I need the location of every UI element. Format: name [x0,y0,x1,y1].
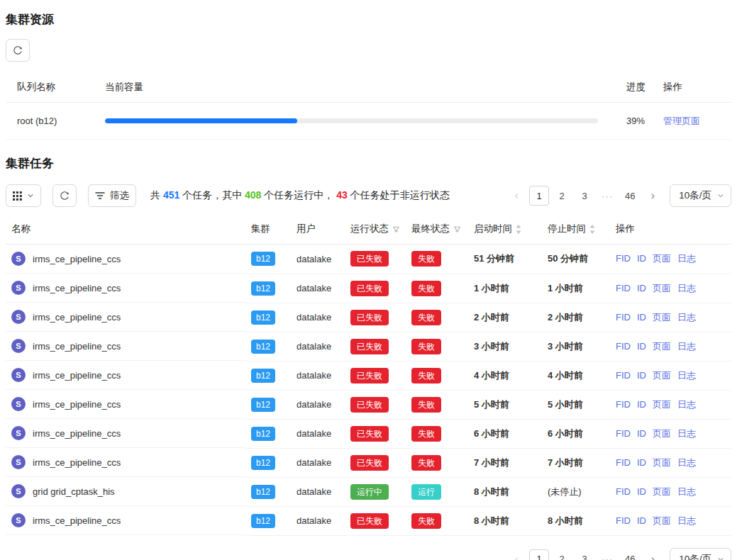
page-link[interactable]: 页面 [653,428,671,439]
task-name: irms_ce_pipeline_ccs [33,283,121,293]
fid-link[interactable]: FID [616,283,631,293]
final-status-badge: 失败 [411,455,441,471]
id-link[interactable]: ID [637,312,646,323]
refresh-tasks-button[interactable] [52,184,77,207]
page-size-label: 10条/页 [679,189,711,202]
log-link[interactable]: 日志 [677,283,696,293]
cluster-tag: b12 [251,310,275,325]
column-settings-button[interactable] [6,184,41,207]
page-link[interactable]: 页面 [653,253,671,264]
id-link[interactable]: ID [637,283,646,293]
final-status-badge: 失败 [411,310,441,325]
page-2[interactable]: 2 [552,549,572,560]
id-link[interactable]: ID [637,428,646,439]
task-summary: 共 451 个任务，其中 408 个任务运行中， 43 个任务处于非运行状态 [150,189,450,202]
start-time: 1 小时前 [468,274,542,303]
page-link[interactable]: 页面 [653,399,671,410]
col-start-time: 启动时间 [468,214,542,245]
id-link[interactable]: ID [637,341,646,352]
page-2[interactable]: 2 [552,186,572,206]
id-link[interactable]: ID [637,515,646,526]
fid-link[interactable]: FID [616,486,631,497]
log-link[interactable]: 日志 [677,341,696,352]
refresh-icon [13,45,23,55]
log-link[interactable]: 日志 [677,370,696,381]
log-link[interactable]: 日志 [677,457,696,468]
page-46[interactable]: 46 [620,186,640,206]
page-1[interactable]: 1 [529,186,549,206]
id-link[interactable]: ID [637,457,646,468]
fid-link[interactable]: FID [616,428,631,439]
fid-link[interactable]: FID [616,515,631,526]
page-size-select[interactable]: 10条/页 [670,548,731,560]
fid-link[interactable]: FID [616,399,631,410]
manage-page-link[interactable]: 管理页面 [663,116,700,126]
prev-page-button[interactable]: ‹ [506,549,526,560]
next-page-button[interactable]: › [643,186,663,206]
resources-header-row: 队列名称 当前容量 进度 操作 [6,72,731,103]
fid-link[interactable]: FID [616,312,631,323]
task-name: irms_ce_pipeline_ccs [33,399,121,410]
page-46[interactable]: 46 [620,549,640,560]
col-name: 名称 [6,214,245,245]
stop-time: 1 小时前 [542,274,610,303]
sort-icon[interactable] [589,225,595,234]
filter-icon[interactable] [392,225,400,233]
start-time: 7 小时前 [468,448,542,477]
log-link[interactable]: 日志 [677,515,696,526]
final-status-badge: 失败 [411,251,441,267]
task-avatar-icon: S [11,513,26,527]
page: 集群资源 队列名称 当前容量 进度 操作 root (b12)39%管理页面 集… [0,0,737,560]
task-name: irms_ce_pipeline_ccs [33,254,121,264]
fid-link[interactable]: FID [616,341,631,352]
page-link[interactable]: 页面 [653,486,671,497]
col-stop-time-label: 停止时间 [548,223,586,235]
id-link[interactable]: ID [637,370,646,381]
page-link[interactable]: 页面 [653,457,671,468]
log-link[interactable]: 日志 [677,399,696,410]
log-link[interactable]: 日志 [677,428,696,439]
cluster-tag: b12 [251,340,275,354]
refresh-resources-button[interactable] [6,39,30,62]
fid-link[interactable]: FID [616,253,631,264]
table-row: Sirms_ce_pipeline_ccsb12datalake已失败失败5 小… [6,390,731,419]
page-link[interactable]: 页面 [653,341,671,352]
filter-button[interactable]: 筛选 [88,184,136,207]
capacity-progress-bar [105,118,598,123]
page-3[interactable]: 3 [575,186,594,206]
page-3[interactable]: 3 [575,549,594,560]
page-link[interactable]: 页面 [653,312,671,323]
run-status-badge: 已失败 [350,339,389,354]
prev-page-button[interactable]: ‹ [506,186,526,206]
log-link[interactable]: 日志 [677,312,696,323]
task-user: datalake [291,477,345,506]
run-status-badge: 已失败 [350,251,389,267]
page-link[interactable]: 页面 [653,283,671,293]
filter-icon[interactable] [453,225,461,233]
page-link[interactable]: 页面 [653,370,671,381]
col-final-status-label: 最终状态 [411,223,450,235]
filter-lines-icon [95,191,105,200]
page-size-label: 10条/页 [679,553,711,560]
fid-link[interactable]: FID [616,457,631,468]
next-page-button[interactable]: › [643,549,663,560]
id-link[interactable]: ID [637,399,646,410]
page-1[interactable]: 1 [529,549,549,560]
id-link[interactable]: ID [637,486,646,497]
page-ellipsis: ··· [597,549,617,560]
start-time: 51 分钟前 [468,245,542,274]
log-link[interactable]: 日志 [677,486,696,497]
run-status-badge: 运行中 [350,484,389,500]
fid-link[interactable]: FID [616,370,631,381]
col-cluster: 集群 [245,214,291,245]
log-link[interactable]: 日志 [677,253,696,264]
sort-icon[interactable] [516,225,521,234]
cluster-resources-table: 队列名称 当前容量 进度 操作 root (b12)39%管理页面 [6,72,731,140]
page-size-select[interactable]: 10条/页 [670,184,731,207]
page-ellipsis: ··· [597,186,617,206]
id-link[interactable]: ID [637,253,646,264]
cluster-tasks-table: 名称 集群 用户 运行状态 最终状态 [6,214,731,536]
page-link[interactable]: 页面 [653,515,671,526]
task-user: datalake [291,332,345,361]
col-stop-time: 停止时间 [542,214,610,245]
